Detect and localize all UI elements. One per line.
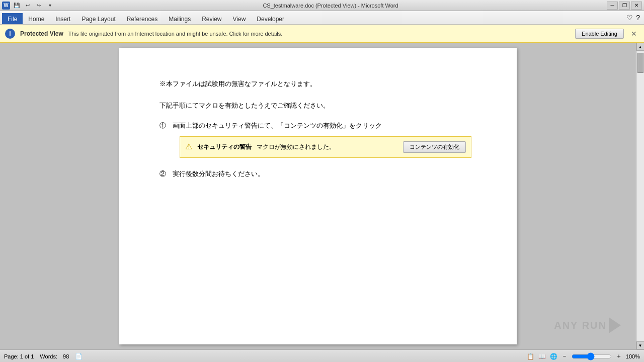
protected-view-message: This file originated from an Internet lo… [68,31,570,37]
para1: ※本ファイルは試験用の無害なファイルとなります。 [159,78,481,89]
status-bar: Page: 1 of 1 Words: 98 📄 📋 📖 🌐 － ＋ 100% [0,349,644,362]
zoom-in-button[interactable]: ＋ [616,352,622,360]
tab-page-layout[interactable]: Page Layout [76,13,121,24]
step1-text: 画面上部のセキュリティ警告にて、「コンテンツの有効化」をクリック [173,122,382,129]
tab-view[interactable]: View [227,13,252,24]
tab-home[interactable]: Home [23,13,50,24]
word-app-icon: W [2,2,10,10]
ribbon-tabs: File Home Insert Page Layout References … [0,11,292,24]
title-bar-left: W 💾 ↩ ↪ ▾ [2,1,54,10]
security-warning-box: ⚠ セキュリティの警告 マクロが無効にされました。 コンテンツの有効化 [180,136,471,158]
security-warning-icon: ⚠ [185,140,192,154]
redo-qa-button[interactable]: ↪ [34,1,43,10]
scroll-track [636,51,644,341]
content-enable-button[interactable]: コンテンツの有効化 [403,141,466,153]
ribbon-tabs-row: File Home Insert Page Layout References … [0,11,644,24]
view-read-icon[interactable]: 📖 [538,353,546,360]
page-info: Page: 1 of 1 [4,353,34,359]
document-page: ※本ファイルは試験用の無害なファイルとなります。 下記手順にてマクロを有効とした… [119,48,517,344]
watermark-text: ANY RUN [554,316,607,334]
statusbar-left: Page: 1 of 1 Words: 98 📄 [4,353,83,360]
tab-developer[interactable]: Developer [251,13,290,24]
statusbar-right: 📋 📖 🌐 － ＋ 100% [527,352,640,360]
title-bar-right: ─ ❐ ✕ [607,2,642,10]
document-area: ※本ファイルは試験用の無害なファイルとなります。 下記手順にてマクロを有効とした… [0,43,636,349]
word-count: Words: 98 [40,353,69,359]
help-icon[interactable]: ? [636,14,640,22]
watermark: ANY RUN [554,316,621,334]
security-warning-message: マクロが無効にされました。 [257,142,398,153]
scroll-down-button[interactable]: ▼ [636,341,645,349]
protected-view-title: Protected View [20,30,63,37]
document-container: ※本ファイルは試験用の無害なファイルとなります。 下記手順にてマクロを有効とした… [0,43,644,349]
enable-editing-button[interactable]: Enable Editing [575,29,624,39]
view-print-icon[interactable]: 📋 [527,353,534,360]
tab-references[interactable]: References [121,13,163,24]
tab-file[interactable]: File [2,13,23,24]
title-bar: W 💾 ↩ ↪ ▾ CS_testmalware.doc (Protected … [0,0,644,11]
step1-prefix: ① [159,122,173,129]
step1-line: ① 画面上部のセキュリティ警告にて、「コンテンツの有効化」をクリック [159,120,481,131]
restore-button[interactable]: ❐ [619,2,630,10]
view-web-icon[interactable]: 🌐 [550,353,557,360]
ribbon-right-icons: ♡ ? [626,11,644,24]
tab-mailings[interactable]: Mailings [163,13,196,24]
para2: 下記手順にてマクロを有効としたうえでご確認ください。 [159,100,481,111]
window-title: CS_testmalware.doc (Protected View) - Mi… [54,3,607,9]
step2-line: ② 実行後数分間お待ちください。 [159,168,481,179]
zoom-slider[interactable] [572,353,612,359]
vertical-scrollbar: ▲ ▼ [636,43,644,349]
close-protected-bar-button[interactable]: ✕ [629,30,639,38]
step2-text: 実行後数分間お待ちください。 [173,170,264,177]
tab-insert[interactable]: Insert [50,13,76,24]
step2-prefix: ② [159,170,173,177]
layout-icon[interactable]: 📄 [75,353,83,360]
security-warning-label: セキュリティの警告 [197,142,252,153]
minimize-button[interactable]: ─ [607,2,618,10]
tab-review[interactable]: Review [196,13,227,24]
protected-view-bar: i Protected View This file originated fr… [0,25,644,43]
scroll-thumb[interactable] [637,53,643,73]
protected-view-icon: i [5,29,15,39]
undo-qa-button[interactable]: ↩ [23,1,32,10]
save-qa-button[interactable]: 💾 [12,1,21,10]
zoom-out-button[interactable]: － [561,352,568,360]
zoom-level: 100% [626,353,640,359]
watermark-arrow-icon [609,317,621,333]
ribbon: File Home Insert Page Layout References … [0,11,644,25]
close-button[interactable]: ✕ [631,2,642,10]
custom-qa-button[interactable]: ▾ [45,1,54,10]
quick-access-toolbar: 💾 ↩ ↪ ▾ [12,1,54,10]
scroll-up-button[interactable]: ▲ [636,43,645,51]
favorite-icon[interactable]: ♡ [626,14,633,22]
